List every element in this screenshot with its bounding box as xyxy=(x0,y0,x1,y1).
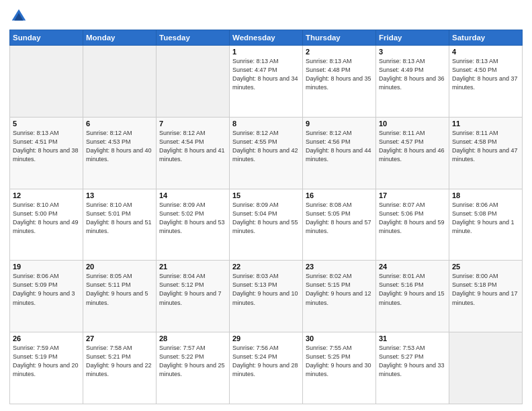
day-info: Sunrise: 8:06 AMSunset: 5:08 PMDaylight:… xyxy=(452,201,519,236)
day-info: Sunrise: 7:57 AMSunset: 5:22 PMDaylight:… xyxy=(159,344,226,379)
calendar-cell: 18Sunrise: 8:06 AMSunset: 5:08 PMDayligh… xyxy=(449,189,523,261)
day-header-saturday: Saturday xyxy=(449,30,523,46)
day-info: Sunrise: 8:13 AMSunset: 4:48 PMDaylight:… xyxy=(306,57,373,92)
day-info: Sunrise: 7:58 AMSunset: 5:21 PMDaylight:… xyxy=(86,344,153,379)
calendar-cell: 1Sunrise: 8:13 AMSunset: 4:47 PMDaylight… xyxy=(230,46,303,118)
day-info: Sunrise: 8:12 AMSunset: 4:55 PMDaylight:… xyxy=(232,129,300,164)
day-header-wednesday: Wednesday xyxy=(230,30,303,46)
day-info: Sunrise: 7:59 AMSunset: 5:19 PMDaylight:… xyxy=(13,344,80,379)
calendar-cell: 10Sunrise: 8:11 AMSunset: 4:57 PMDayligh… xyxy=(376,117,449,189)
day-number: 1 xyxy=(232,48,300,56)
day-info: Sunrise: 8:13 AMSunset: 4:51 PMDaylight:… xyxy=(13,129,80,164)
calendar-cell xyxy=(10,46,83,118)
day-number: 7 xyxy=(159,120,226,128)
day-number: 21 xyxy=(159,263,226,271)
day-info: Sunrise: 8:13 AMSunset: 4:49 PMDaylight:… xyxy=(379,57,446,92)
day-info: Sunrise: 8:11 AMSunset: 4:58 PMDaylight:… xyxy=(452,129,519,164)
calendar-cell: 7Sunrise: 8:12 AMSunset: 4:54 PMDaylight… xyxy=(157,117,230,189)
day-info: Sunrise: 7:55 AMSunset: 5:25 PMDaylight:… xyxy=(306,344,373,379)
calendar-cell: 21Sunrise: 8:04 AMSunset: 5:12 PMDayligh… xyxy=(157,261,230,332)
calendar-cell: 14Sunrise: 8:09 AMSunset: 5:02 PMDayligh… xyxy=(157,189,230,261)
day-number: 31 xyxy=(379,334,446,342)
day-info: Sunrise: 8:03 AMSunset: 5:13 PMDaylight:… xyxy=(232,272,300,307)
day-info: Sunrise: 8:11 AMSunset: 4:57 PMDaylight:… xyxy=(379,129,446,164)
day-info: Sunrise: 7:56 AMSunset: 5:24 PMDaylight:… xyxy=(232,344,300,379)
day-number: 13 xyxy=(86,191,153,199)
day-number: 9 xyxy=(306,120,373,128)
calendar-cell xyxy=(157,46,230,118)
header xyxy=(9,7,523,26)
calendar-cell: 17Sunrise: 8:07 AMSunset: 5:06 PMDayligh… xyxy=(376,189,449,261)
day-number: 12 xyxy=(13,191,80,199)
day-number: 5 xyxy=(13,120,80,128)
day-info: Sunrise: 8:13 AMSunset: 4:50 PMDaylight:… xyxy=(452,57,519,92)
day-number: 23 xyxy=(306,263,373,271)
calendar-container: SundayMondayTuesdayWednesdayThursdayFrid… xyxy=(0,0,532,411)
calendar-cell: 9Sunrise: 8:12 AMSunset: 4:56 PMDaylight… xyxy=(303,117,376,189)
day-info: Sunrise: 8:09 AMSunset: 5:02 PMDaylight:… xyxy=(159,201,226,236)
calendar-cell: 29Sunrise: 7:56 AMSunset: 5:24 PMDayligh… xyxy=(230,332,303,404)
calendar-cell: 22Sunrise: 8:03 AMSunset: 5:13 PMDayligh… xyxy=(230,261,303,332)
day-header-sunday: Sunday xyxy=(10,30,83,46)
day-info: Sunrise: 8:09 AMSunset: 5:04 PMDaylight:… xyxy=(232,201,300,236)
calendar-cell: 16Sunrise: 8:08 AMSunset: 5:05 PMDayligh… xyxy=(303,189,376,261)
calendar-week-5: 26Sunrise: 7:59 AMSunset: 5:19 PMDayligh… xyxy=(10,332,523,404)
logo xyxy=(9,7,31,26)
calendar-cell: 25Sunrise: 8:00 AMSunset: 5:18 PMDayligh… xyxy=(449,261,523,332)
day-number: 29 xyxy=(232,334,300,342)
day-number: 17 xyxy=(379,191,446,199)
day-number: 14 xyxy=(159,191,226,199)
day-number: 24 xyxy=(379,263,446,271)
day-number: 6 xyxy=(86,120,153,128)
calendar-week-4: 19Sunrise: 8:06 AMSunset: 5:09 PMDayligh… xyxy=(10,261,523,332)
day-number: 16 xyxy=(306,191,373,199)
day-number: 28 xyxy=(159,334,226,342)
calendar-week-2: 5Sunrise: 8:13 AMSunset: 4:51 PMDaylight… xyxy=(10,117,523,189)
calendar-cell: 2Sunrise: 8:13 AMSunset: 4:48 PMDaylight… xyxy=(303,46,376,118)
day-number: 18 xyxy=(452,191,519,199)
day-header-friday: Friday xyxy=(376,30,449,46)
day-info: Sunrise: 8:00 AMSunset: 5:18 PMDaylight:… xyxy=(452,272,519,307)
day-number: 26 xyxy=(13,334,80,342)
calendar-cell: 6Sunrise: 8:12 AMSunset: 4:53 PMDaylight… xyxy=(83,117,157,189)
calendar-cell: 3Sunrise: 8:13 AMSunset: 4:49 PMDaylight… xyxy=(376,46,449,118)
calendar-cell xyxy=(83,46,157,118)
day-info: Sunrise: 8:10 AMSunset: 5:00 PMDaylight:… xyxy=(13,201,80,236)
day-number: 11 xyxy=(452,120,519,128)
calendar-cell: 12Sunrise: 8:10 AMSunset: 5:00 PMDayligh… xyxy=(10,189,83,261)
day-number: 25 xyxy=(452,263,519,271)
day-number: 10 xyxy=(379,120,446,128)
calendar-cell: 30Sunrise: 7:55 AMSunset: 5:25 PMDayligh… xyxy=(303,332,376,404)
day-info: Sunrise: 8:12 AMSunset: 4:54 PMDaylight:… xyxy=(159,129,226,164)
day-number: 4 xyxy=(452,48,519,56)
day-number: 3 xyxy=(379,48,446,56)
day-info: Sunrise: 7:53 AMSunset: 5:27 PMDaylight:… xyxy=(379,344,446,379)
day-header-tuesday: Tuesday xyxy=(157,30,230,46)
day-info: Sunrise: 8:05 AMSunset: 5:11 PMDaylight:… xyxy=(86,272,153,307)
day-info: Sunrise: 8:02 AMSunset: 5:15 PMDaylight:… xyxy=(306,272,373,307)
calendar-cell: 11Sunrise: 8:11 AMSunset: 4:58 PMDayligh… xyxy=(449,117,523,189)
calendar-cell: 15Sunrise: 8:09 AMSunset: 5:04 PMDayligh… xyxy=(230,189,303,261)
day-info: Sunrise: 8:08 AMSunset: 5:05 PMDaylight:… xyxy=(306,201,373,236)
day-number: 20 xyxy=(86,263,153,271)
calendar-cell: 13Sunrise: 8:10 AMSunset: 5:01 PMDayligh… xyxy=(83,189,157,261)
calendar-cell: 5Sunrise: 8:13 AMSunset: 4:51 PMDaylight… xyxy=(10,117,83,189)
logo-icon xyxy=(9,7,28,26)
day-info: Sunrise: 8:12 AMSunset: 4:53 PMDaylight:… xyxy=(86,129,153,164)
calendar-cell xyxy=(449,332,523,404)
day-info: Sunrise: 8:13 AMSunset: 4:47 PMDaylight:… xyxy=(232,57,300,92)
calendar-cell: 4Sunrise: 8:13 AMSunset: 4:50 PMDaylight… xyxy=(449,46,523,118)
calendar-cell: 23Sunrise: 8:02 AMSunset: 5:15 PMDayligh… xyxy=(303,261,376,332)
calendar-cell: 19Sunrise: 8:06 AMSunset: 5:09 PMDayligh… xyxy=(10,261,83,332)
day-header-monday: Monday xyxy=(83,30,157,46)
day-number: 15 xyxy=(232,191,300,199)
calendar-cell: 27Sunrise: 7:58 AMSunset: 5:21 PMDayligh… xyxy=(83,332,157,404)
calendar-cell: 20Sunrise: 8:05 AMSunset: 5:11 PMDayligh… xyxy=(83,261,157,332)
calendar-cell: 28Sunrise: 7:57 AMSunset: 5:22 PMDayligh… xyxy=(157,332,230,404)
day-number: 27 xyxy=(86,334,153,342)
day-info: Sunrise: 8:10 AMSunset: 5:01 PMDaylight:… xyxy=(86,201,153,236)
day-info: Sunrise: 8:06 AMSunset: 5:09 PMDaylight:… xyxy=(13,272,80,307)
day-number: 22 xyxy=(232,263,300,271)
calendar-week-1: 1Sunrise: 8:13 AMSunset: 4:47 PMDaylight… xyxy=(10,46,523,118)
day-info: Sunrise: 8:12 AMSunset: 4:56 PMDaylight:… xyxy=(306,129,373,164)
